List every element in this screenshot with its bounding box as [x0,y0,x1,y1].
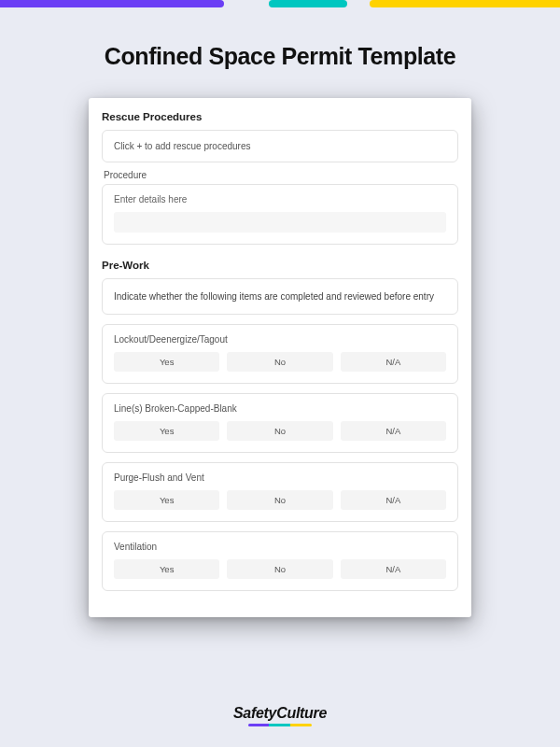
bar-teal [269,0,347,7]
add-rescue-procedures[interactable]: Click + to add rescue procedures [102,130,458,162]
option-na[interactable]: N/A [341,352,446,372]
prework-item-label: Line(s) Broken-Capped-Blank [114,403,446,414]
procedure-details-box: Enter details here [102,184,458,245]
details-label: Enter details here [114,194,446,204]
prework-item-label: Ventilation [114,542,446,552]
option-na[interactable]: N/A [341,490,446,510]
prework-heading: Pre-Work [102,260,458,271]
option-yes[interactable]: Yes [114,421,219,441]
form-card: Rescue Procedures Click + to add rescue … [89,98,471,617]
option-yes[interactable]: Yes [114,490,219,510]
procedure-label: Procedure [104,170,458,180]
option-no[interactable]: No [227,490,332,510]
prework-item-lines: Line(s) Broken-Capped-Blank Yes No N/A [102,393,458,453]
logo-text: SafetyCulture [233,706,327,721]
prework-item-lockout: Lockout/Deenergize/Tagout Yes No N/A [102,324,458,384]
option-no[interactable]: No [227,559,332,579]
prework-item-label: Lockout/Deenergize/Tagout [114,334,446,345]
option-no[interactable]: No [227,352,332,372]
brand-logo: SafetyCulture [0,705,560,726]
option-no[interactable]: No [227,421,332,441]
page-title: Confined Space Permit Template [0,43,560,70]
rescue-heading: Rescue Procedures [102,111,458,122]
prework-item-purge: Purge-Flush and Vent Yes No N/A [102,462,458,522]
prework-item-ventilation: Ventilation Yes No N/A [102,531,458,591]
brand-accent-bar [0,0,560,7]
bar-yellow [370,0,560,7]
prework-item-label: Purge-Flush and Vent [114,472,446,483]
option-yes[interactable]: Yes [114,559,219,579]
bar-purple [0,0,224,7]
logo-underline [248,724,312,726]
option-na[interactable]: N/A [341,559,446,579]
option-yes[interactable]: Yes [114,352,219,372]
procedure-details-input[interactable] [114,212,446,233]
option-na[interactable]: N/A [341,421,446,441]
prework-instruction: Indicate whether the following items are… [102,278,458,315]
